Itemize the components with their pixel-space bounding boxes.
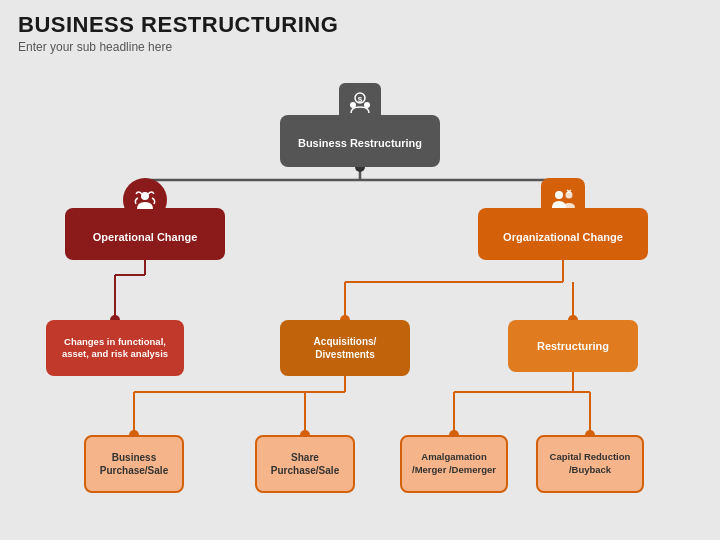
diagram: $ Business Restructuring Operational Cha… [0, 60, 720, 540]
operational-change-icon [123, 178, 167, 222]
capital-reduction-node: Capital Reduction /Buyback [536, 435, 644, 493]
changes-functional-label: Changes in functional, asset, and risk a… [46, 330, 184, 367]
share-purchase-node: Share Purchase/Sale [255, 435, 355, 493]
operational-change-label: Operational Change [93, 231, 198, 243]
business-purchase-label: Business Purchase/Sale [86, 447, 182, 482]
operational-change-node: Operational Change [65, 208, 225, 260]
acquisitions-node: Acquisitions/ Divestments [280, 320, 410, 376]
business-restructuring-node: $ Business Restructuring [280, 115, 440, 167]
page-title: BUSINESS RESTRUCTURING [18, 12, 702, 38]
business-purchase-node: Business Purchase/Sale [84, 435, 184, 493]
acquisitions-label: Acquisitions/ Divestments [280, 329, 410, 367]
svg-point-37 [566, 192, 573, 199]
capital-reduction-label: Capital Reduction /Buyback [538, 447, 642, 481]
amalgamation-label: Amalgamation /Merger /Demerger [402, 447, 506, 481]
organizational-change-node: Organizational Change [478, 208, 648, 260]
business-restructuring-label: Business Restructuring [298, 137, 422, 149]
business-restructuring-icon: $ [339, 83, 381, 125]
share-purchase-label: Share Purchase/Sale [257, 447, 353, 482]
restructuring-node: Restructuring [508, 320, 638, 372]
amalgamation-node: Amalgamation /Merger /Demerger [400, 435, 508, 493]
restructuring-label: Restructuring [531, 334, 615, 358]
organizational-change-icon [541, 178, 585, 222]
svg-point-36 [555, 191, 563, 199]
svg-point-34 [364, 102, 370, 108]
organizational-change-label: Organizational Change [503, 231, 623, 243]
svg-point-33 [350, 102, 356, 108]
changes-functional-node: Changes in functional, asset, and risk a… [46, 320, 184, 376]
svg-text:$: $ [358, 95, 363, 104]
page-subtitle: Enter your sub headline here [18, 40, 702, 54]
